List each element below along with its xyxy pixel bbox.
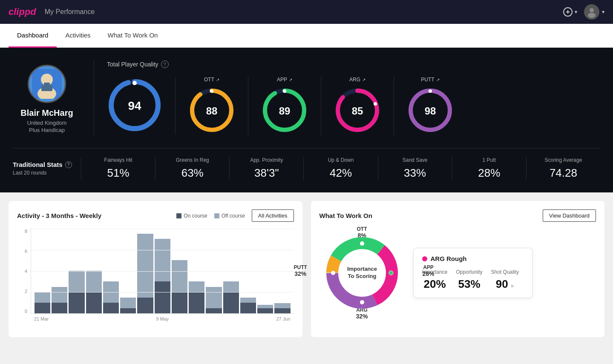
stats-label-title: Traditional Stats ? (13, 161, 81, 168)
y-axis: 86420 (17, 229, 29, 314)
chevron-down-icon: ▾ (575, 9, 577, 15)
stat-proximity: App. Proximity 38'3" (229, 157, 303, 180)
tab-activities[interactable]: Activities (57, 24, 99, 48)
stat-1putt: 1 Putt 28% (452, 157, 526, 180)
legend-on-course: On course (176, 213, 207, 219)
svg-text:To Scoring: To Scoring (348, 273, 376, 279)
tab-dashboard[interactable]: Dashboard (9, 24, 57, 48)
help-icon[interactable]: ? (161, 60, 169, 68)
bar-12 (223, 281, 239, 313)
header-left: clippd My Performance (9, 6, 95, 17)
header-right: ▾ ▾ (563, 4, 604, 20)
header: clippd My Performance ▾ ▾ (0, 0, 613, 24)
bar-1 (35, 292, 50, 313)
header-title: My Performance (45, 8, 95, 16)
logo: clippd (9, 6, 36, 17)
svg-point-13 (132, 81, 137, 85)
bar-9 (172, 260, 187, 313)
gauge-arg-wrap: 85 (334, 87, 381, 135)
svg-point-4 (588, 13, 596, 18)
work-card-title: What To Work On (319, 212, 372, 219)
legend-off-course: Off course (214, 213, 245, 219)
gauge-app-value: 89 (279, 105, 291, 117)
svg-point-37 (331, 271, 335, 275)
quality-label: Total Player Quality ? (107, 60, 600, 68)
svg-point-3 (590, 8, 594, 12)
svg-point-19 (283, 89, 286, 93)
gauge-arg-label: ARG↗ (349, 77, 365, 83)
stat-sandsave: Sand Save 33% (378, 157, 452, 180)
x-label-3: 27 Jun (276, 316, 290, 321)
gauge-ott-value: 88 (206, 105, 218, 117)
bar-10 (189, 281, 204, 313)
bar-13 (240, 298, 256, 313)
view-dashboard-button[interactable]: View Dashboard (543, 209, 596, 222)
svg-text:Importance: Importance (347, 266, 377, 272)
x-label-1: 21 Mar (34, 316, 49, 321)
donut-chart-wrapper: OTT 8% APP 28% ARG 32% PUTT 32% (319, 230, 405, 315)
gauge-wrap: 94 (107, 77, 162, 135)
svg-point-35 (389, 271, 393, 275)
gauge-ott-wrap: 88 (188, 87, 235, 135)
work-card-header: What To Work On View Dashboard (319, 209, 596, 222)
avatar (28, 65, 66, 103)
all-activities-button[interactable]: All Activities (252, 209, 294, 222)
activity-card: Activity - 3 Months - Weekly On course O… (9, 201, 302, 337)
gauge-putt-wrap: 98 (407, 87, 454, 135)
player-handicap: Plus Handicap (29, 127, 65, 133)
chevron-down-icon: ▾ (602, 9, 604, 15)
bar-11 (206, 287, 222, 313)
svg-point-25 (429, 89, 432, 93)
chart-title: Activity - 3 Months - Weekly (17, 212, 101, 219)
gauge-app-wrap: 89 (261, 87, 308, 135)
bar-14 (257, 305, 273, 313)
donut-chart: Importance To Scoring (319, 230, 405, 315)
stat-updown: Up & Down 42% (303, 157, 377, 180)
nav-tabs: Dashboard Activities What To Work On (0, 24, 613, 48)
stats-label-section: Traditional Stats ? Last 20 rounds (13, 161, 81, 176)
arg-metrics: Importance 20% Opportunity 53% Shot Qual… (422, 269, 524, 291)
player-name: Blair McHarg (20, 108, 73, 118)
tab-what-to-work-on[interactable]: What To Work On (99, 24, 167, 48)
stat-scoring: Scoring Average 74.28 (526, 157, 600, 180)
svg-point-16 (210, 89, 213, 93)
legend-off-dot (214, 213, 219, 218)
stats-sublabel: Last 20 rounds (13, 170, 81, 176)
legend-on-dot (176, 213, 181, 218)
bar-5 (103, 281, 119, 313)
add-button[interactable]: ▾ (563, 7, 577, 17)
chart-container: 86420 (17, 229, 294, 321)
work-content: OTT 8% APP 28% ARG 32% PUTT 32% (319, 230, 596, 315)
arg-card-title: ARG Rough (422, 255, 524, 262)
work-card: What To Work On View Dashboard OTT 8% AP… (311, 201, 605, 337)
avatar (584, 4, 599, 20)
gauge-arg-value: 85 (352, 105, 363, 117)
svg-point-36 (360, 300, 364, 304)
bar-15 (274, 303, 290, 313)
stat-fairways: Fairways Hit 51% (81, 157, 155, 180)
chart-bars (31, 229, 294, 314)
hero-section: Blair McHarg United Kingdom Plus Handica… (0, 48, 613, 192)
bottom-section: Activity - 3 Months - Weekly On course O… (0, 192, 613, 346)
bar-2 (52, 287, 67, 313)
gauge-ott-label: OTT↗ (204, 77, 219, 83)
stats-row: Traditional Stats ? Last 20 rounds Fairw… (13, 148, 600, 180)
user-menu[interactable]: ▾ (584, 4, 604, 20)
arg-metric-shot-quality: Shot Quality 90 ▸ (491, 269, 519, 291)
player-location: United Kingdom (27, 120, 67, 126)
stats-help-icon[interactable]: ? (65, 161, 72, 168)
x-axis: 21 Mar 9 May 27 Jun (31, 314, 294, 321)
stat-greens: Greens In Reg 63% (155, 157, 229, 180)
svg-rect-9 (41, 85, 45, 91)
donut-label-putt: PUTT 32% (294, 264, 307, 277)
gauge-putt-label: PUTT↗ (421, 77, 439, 83)
chart-header: Activity - 3 Months - Weekly On course O… (17, 209, 294, 222)
main-gauge-value: 94 (128, 99, 141, 113)
svg-rect-8 (44, 83, 50, 91)
svg-point-34 (360, 241, 364, 246)
arg-metric-opportunity: Opportunity 53% (456, 269, 483, 291)
quality-section: Total Player Quality ? 94 (94, 60, 600, 135)
main-gauge: 94 (107, 77, 176, 135)
svg-point-22 (374, 102, 377, 106)
bar-7 (137, 234, 153, 313)
